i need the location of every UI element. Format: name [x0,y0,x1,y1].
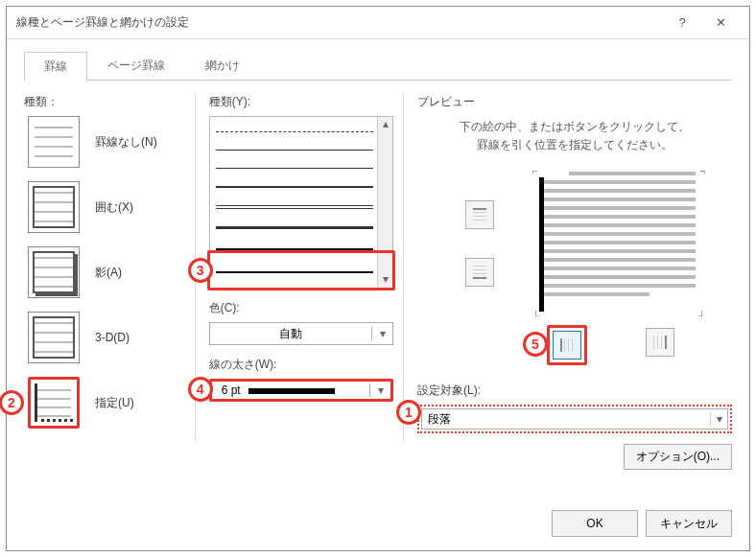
type-shadow[interactable]: 影(A) [24,246,185,298]
chevron-down-icon: ▾ [369,383,390,397]
svg-rect-7 [473,273,486,274]
apply-to-select[interactable]: 段落 ▾ [421,408,728,429]
setting-type-label: 種類： [24,94,185,110]
chevron-down-icon: ▾ [371,327,392,340]
preview-label: プレビュー [417,94,732,110]
options-button[interactable]: オプション(O)... [624,444,732,470]
svg-rect-15 [661,336,662,349]
type-none[interactable]: 罫線なし(N) [24,116,185,168]
type-box[interactable]: 囲む(X) [24,181,185,233]
close-button[interactable]: ✕ [701,15,740,30]
tab-strip: 罫線 ページ罫線 網かけ [7,39,749,80]
window-title: 線種とページ罫線と網かけの設定 [16,14,663,31]
line-style-label: 種類(Y): [209,94,393,110]
svg-rect-2 [473,216,486,217]
title-bar: 線種とページ罫線と網かけの設定 ? ✕ [7,7,749,39]
callout-2: 2 [0,390,24,415]
svg-rect-9 [564,338,565,352]
cancel-button[interactable]: キャンセル [646,510,732,537]
svg-rect-5 [473,266,486,267]
svg-rect-3 [473,220,486,220]
preview-bottom-border-button[interactable] [465,258,494,287]
preview-canvas[interactable]: ⌐ ¬ └ ┘ [542,172,696,315]
help-button[interactable]: ? [663,15,701,30]
ok-button[interactable]: OK [552,510,638,537]
svg-rect-11 [572,338,573,352]
preview-left-border-button[interactable] [553,331,581,360]
color-label: 色(C): [209,300,393,316]
chevron-down-icon: ▾ [710,412,727,426]
svg-rect-13 [653,336,654,349]
callout-4: 4 [188,377,213,402]
tab-borders[interactable]: 罫線 [24,52,87,81]
preview-top-border-button[interactable] [465,200,494,229]
svg-rect-6 [473,269,486,270]
type-custom[interactable]: 指定(U) 2 [24,377,185,429]
color-select[interactable]: 自動 ▾ [209,322,393,345]
callout-3: 3 [188,258,213,283]
tab-shading[interactable]: 網かけ [185,51,260,80]
svg-rect-8 [560,338,562,352]
svg-rect-4 [473,277,486,279]
type-3d[interactable]: 3-D(D) [24,312,185,363]
dialog-body: 種類： 罫線なし(N) 囲む(X) 影(A) 3-D(D) 指定(U) 2 [7,81,749,455]
scrollbar[interactable]: ▴ ▾ [377,117,392,288]
apply-to-label: 設定対象(L): [417,383,732,399]
width-select[interactable]: 6 pt ▾ [209,379,393,402]
svg-rect-1 [473,212,486,213]
dialog-footer: OK キャンセル [552,510,732,537]
width-label: 線の太さ(W): [209,357,393,373]
svg-rect-0 [473,208,486,210]
preview-right-border-button[interactable] [646,328,674,357]
dialog-window: 線種とページ罫線と網かけの設定 ? ✕ 罫線 ページ罫線 網かけ 種類： 罫線な… [6,6,750,551]
svg-rect-10 [568,338,569,352]
callout-5: 5 [523,332,548,357]
svg-rect-12 [665,336,667,349]
line-style-list[interactable]: ▴ ▾ [209,116,393,289]
svg-rect-14 [657,336,658,349]
preview-hint: 下の絵の中、またはボタンをクリックして、 罫線を引く位置を指定してください。 [417,118,732,154]
tab-page-borders[interactable]: ページ罫線 [87,51,185,80]
